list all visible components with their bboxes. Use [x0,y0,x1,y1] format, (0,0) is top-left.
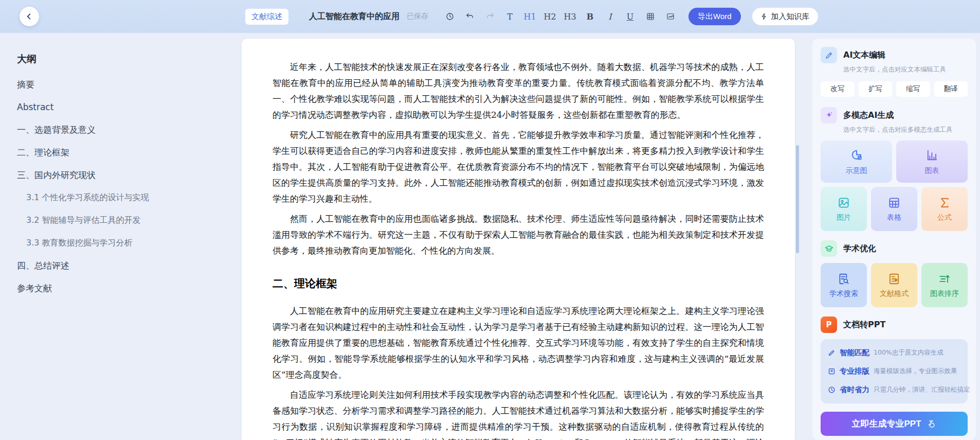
picture-card[interactable]: 图片 [821,187,867,231]
outline-item-3-1[interactable]: 3.1 个性化学习系统的设计与实现 [17,192,223,203]
pencil-icon [821,47,837,63]
doc-paragraph[interactable]: 研究人工智能在教育中的应用具有重要的现实意义。首先，它能够提升教学效率和学习质量… [273,127,764,207]
document-scrollbar[interactable] [796,145,799,253]
formula-card[interactable]: 公式 [921,187,968,231]
heading1-button[interactable]: H1 [520,8,540,25]
section-title: 文档转PPT [843,320,885,330]
outline-item-abstract-cn[interactable]: 摘要 [17,79,223,90]
doc-paragraph[interactable]: 近年来，人工智能技术的快速发展正在深刻改变各行各业，教育领域也不例外。随着大数据… [273,59,764,123]
section-multimodal-header: 多模态AI生成 [821,107,968,124]
sort-icon [938,272,951,286]
sigma-icon [938,196,951,209]
doc-paragraph[interactable]: 人工智能在教育中的应用研究主要建立在建构主义学习理论和自适应学习系统理论两大理论… [273,303,764,383]
rewrite-button[interactable]: 改写 [821,81,855,97]
table-card[interactable]: 表格 [871,187,917,231]
outline-item-3-3[interactable]: 3.3 教育数据挖掘与学习分析 [17,238,223,248]
table-icon[interactable] [640,8,660,25]
expand-button[interactable]: 扩写 [859,81,893,97]
doc-title[interactable]: 人工智能在教育中的应用 [309,11,400,22]
image-icon [837,196,850,209]
layout-icon [828,367,836,375]
bold-button[interactable]: B [580,8,600,25]
lightning-icon [760,12,768,21]
ppt-feature-row: 智能匹配 100%忠于原文内容生成 [828,348,960,358]
hand-pointer-icon [927,419,937,429]
ppt-feature-row: 专业排版 海量模版选择，专业图示效果 [828,366,960,376]
bar-chart-icon [925,148,939,163]
save-status: 已保存 [407,12,428,21]
outline-sidebar: 大纲 摘要 Abstract 一、选题背景及意义 二、理论框架 三、国内外研究现… [17,52,223,306]
undo-icon[interactable] [460,8,480,25]
section-title: 学术优化 [843,243,876,254]
history-icon[interactable] [440,8,460,25]
pie-chart-icon [849,148,864,163]
section-academic-header: 学术优化 [821,240,968,257]
ppt-features-card: 智能匹配 100%忠于原文内容生成 专业排版 海量模版选择，专业图示效果 省时省… [821,339,968,403]
chart-card[interactable]: 图表 [896,140,968,183]
outline-item-chapter2[interactable]: 二、理论框架 [17,147,223,157]
doc-section-heading[interactable]: 二、理论框架 [273,276,764,291]
section-title: 多模态AI生成 [843,110,894,121]
match-pencil-icon [828,349,836,357]
schematic-card[interactable]: 示意图 [821,140,892,183]
insert-image-icon[interactable] [660,8,680,25]
outline-item-chapter3[interactable]: 三、国内外研究现状 [17,170,223,180]
clock-icon [828,386,836,394]
section-title: AI文本编辑 [843,50,885,61]
sparkle-icon [821,107,837,124]
ppt-logo-icon: P [821,316,837,333]
ppt-feature-row: 省时省力 只需几分钟，演讲、汇报轻松搞定 [828,385,960,395]
doc-format-icon [887,272,901,286]
text-format-button[interactable]: T [500,8,520,25]
outline-item-chapter1[interactable]: 一、选题背景及意义 [17,125,223,135]
section-ppt-header: P 文档转PPT [821,316,968,333]
italic-button[interactable]: I [600,8,620,25]
translate-button[interactable]: 翻译 [934,81,968,97]
redo-icon[interactable] [480,8,500,25]
generate-ppt-button[interactable]: 立即生成专业PPT [821,412,968,436]
outline-item-3-2[interactable]: 3.2 智能辅导与评估工具的开发 [17,215,223,225]
add-knowledge-base-button[interactable]: 加入知识库 [752,8,818,25]
topbar: 文献综述 人工智能在教育中的应用 已保存 T H1 H2 H3 B I U [0,0,980,33]
back-button[interactable] [20,7,39,26]
citation-format-card[interactable]: 文献格式 [871,263,917,307]
graduation-cap-icon [821,240,837,257]
doc-paragraph[interactable]: 自适应学习系统理论则关注如何利用技术手段实现教学内容的动态调整和个性化匹配。该理… [273,387,764,440]
underline-button[interactable]: U [620,8,640,25]
export-word-button[interactable]: 导出Word [688,8,741,25]
section-text-edit-header: AI文本编辑 [821,47,968,63]
doc-type-badge[interactable]: 文献综述 [245,9,288,25]
table-grid-icon [887,196,901,209]
chevron-left-icon [25,12,33,21]
heading3-button[interactable]: H3 [560,8,580,25]
outline-item-abstract-en[interactable]: Abstract [17,102,223,112]
ai-tools-panel: AI文本编辑 选中文字后，点击对应文本编辑工具 改写 扩写 缩写 翻译 多模态A… [812,39,976,440]
chart-sort-card[interactable]: 图表排序 [921,263,968,307]
document-canvas[interactable]: 近年来，人工智能技术的快速发展正在深刻改变各行各业，教育领域也不例外。随着大数据… [242,39,795,440]
doc-search-icon [837,272,850,286]
heading2-button[interactable]: H2 [540,8,560,25]
section-subtitle: 选中文字后，点击对应文本编辑工具 [843,65,968,74]
doc-paragraph[interactable]: 然而，人工智能在教育中的应用也面临诸多挑战。数据隐私、技术伦理、师生适应性等问题… [273,211,764,259]
section-subtitle: 选中文字后，点击对应多模态生成工具 [843,126,968,134]
outline-item-chapter4[interactable]: 四、总结评述 [17,260,223,271]
academic-search-card[interactable]: 学术搜索 [821,263,867,307]
condense-button[interactable]: 缩写 [896,81,930,97]
outline-title: 大纲 [17,52,223,66]
outline-item-references[interactable]: 参考文献 [17,283,223,293]
